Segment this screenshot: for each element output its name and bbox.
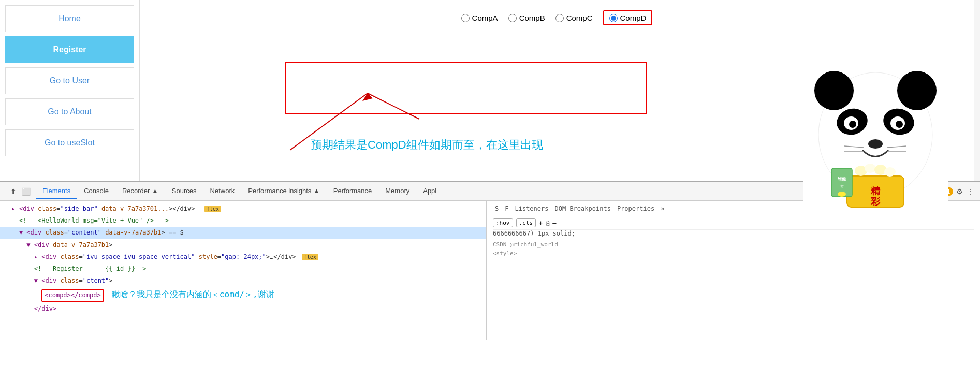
bottom-annotation: 瞅啥？我只是个没有内涵的＜comd/＞,谢谢 — [112, 288, 274, 301]
cursor-icon[interactable]: ⬆ — [8, 186, 19, 197]
radio-compd-label: CompD — [620, 13, 647, 22]
svg-point-21 — [865, 164, 876, 173]
more-icon[interactable]: ⋮ — [966, 186, 976, 197]
svg-point-5 — [897, 71, 937, 110]
code-line-3: ▼ <div class="content" data-v-7a7a37b1> … — [0, 227, 486, 239]
tab-sources[interactable]: Sources — [166, 184, 203, 199]
tab-console[interactable]: Console — [78, 184, 115, 199]
code-line-5: ▸ <div class="ivu-space ivu-space-vertic… — [0, 251, 486, 263]
tab-network[interactable]: Network — [204, 184, 241, 199]
svg-point-11 — [896, 121, 903, 128]
code-line-4: ▼ <div data-v-7a7a37b1> — [0, 239, 486, 251]
style-value: 6666666667) 1px solid; — [493, 230, 974, 237]
gear-icon[interactable]: ⚙ — [954, 186, 964, 197]
chevron-right-icon: » — [661, 205, 664, 212]
code-line-6: <!-- Register ---- {{ id }}--> — [0, 263, 486, 275]
styles-toolbar: :hov .cls + ⎘ — — [493, 216, 974, 230]
svg-point-10 — [849, 121, 856, 128]
panda-image: 精 彩 维他 命 — [803, 62, 948, 212]
styles-panel: S F Listeners DOM Breakpoints Properties… — [487, 201, 980, 340]
radio-compa-label: CompA — [472, 13, 498, 22]
radio-compc-label: CompC — [566, 13, 593, 22]
radio-group: CompA CompB CompC CompD — [150, 10, 963, 25]
panda-svg: 精 彩 维他 命 — [803, 62, 948, 212]
tab-elements[interactable]: Elements — [36, 184, 77, 199]
box-icon[interactable]: ⬜ — [21, 186, 31, 197]
copy-icon[interactable]: ⎘ — [546, 219, 549, 227]
radio-compd[interactable]: CompD — [609, 13, 647, 22]
style-style: <style> — [493, 250, 974, 257]
code-line-2: <!-- <HelloWorld msg="Vite + Vue" /> --> — [0, 215, 486, 227]
label-listeners: Listeners — [515, 205, 548, 212]
radio-compc[interactable]: CompC — [555, 13, 593, 22]
styles-content: :hov .cls + ⎘ — 6666666667) 1px solid; C… — [491, 214, 976, 259]
cls-button[interactable]: .cls — [516, 218, 536, 227]
label-dom-breakpoints: DOM Breakpoints — [555, 205, 611, 212]
sidebar-btn-about[interactable]: Go to About — [5, 98, 134, 125]
devtools-toolbar: ⬆ ⬜ — [4, 186, 35, 197]
tab-performance[interactable]: Performance — [327, 184, 378, 199]
devtools-body: ▸ <div class="side-bar" data-v-7a7a3701.… — [0, 201, 980, 340]
svg-text:精: 精 — [870, 186, 881, 196]
svg-text:彩: 彩 — [870, 196, 881, 207]
svg-text:命: 命 — [840, 184, 844, 188]
elements-tree[interactable]: ▸ <div class="side-bar" data-v-7a7a3701.… — [0, 201, 487, 340]
label-properties: Properties — [617, 205, 654, 212]
sidebar-btn-user[interactable]: Go to User — [5, 67, 134, 94]
sidebar: Home Register Go to User Go to About Go … — [0, 0, 140, 181]
tab-recorder[interactable]: Recorder ▲ — [116, 184, 165, 199]
compd-output-area — [285, 62, 647, 114]
hov-button[interactable]: :hov — [493, 218, 513, 227]
svg-point-12 — [868, 139, 883, 149]
code-line-7: ▼ <div class="ctent"> — [0, 275, 486, 287]
radio-compb-label: CompB — [519, 13, 545, 22]
radio-compa[interactable]: CompA — [461, 13, 498, 22]
sidebar-btn-register[interactable]: Register — [5, 36, 134, 63]
svg-point-27 — [838, 192, 846, 197]
tab-performance-insights[interactable]: Performance insights ▲ — [242, 184, 326, 199]
code-line-9: </div> — [0, 303, 486, 315]
csdn-credit: CSDN @richful_world — [493, 241, 974, 248]
minus-icon[interactable]: — — [552, 219, 556, 227]
annotation-text: 预期结果是CompD组件如期而至，在这里出现 — [311, 137, 543, 153]
code-line-8: <compd></compd> 瞅啥？我只是个没有内涵的＜comd/＞,谢谢 — [0, 287, 486, 302]
sidebar-btn-useslot[interactable]: Go to useSlot — [5, 129, 134, 156]
svg-point-4 — [814, 71, 854, 110]
label-f: F — [505, 205, 508, 212]
scrollbar[interactable] — [974, 0, 980, 181]
radio-compd-box: CompD — [603, 10, 653, 25]
tab-application[interactable]: Appl — [417, 184, 443, 199]
label-s: S — [495, 205, 499, 212]
svg-text:维他: 维他 — [838, 176, 846, 181]
sidebar-btn-home[interactable]: Home — [5, 5, 134, 32]
svg-point-23 — [884, 167, 896, 177]
radio-compb[interactable]: CompB — [508, 13, 545, 22]
tab-memory[interactable]: Memory — [379, 184, 416, 199]
content-panel: CompA CompB CompC CompD — [140, 0, 974, 181]
plus-icon[interactable]: + — [539, 219, 543, 227]
code-line-1: ▸ <div class="side-bar" data-v-7a7a3701.… — [0, 203, 486, 215]
